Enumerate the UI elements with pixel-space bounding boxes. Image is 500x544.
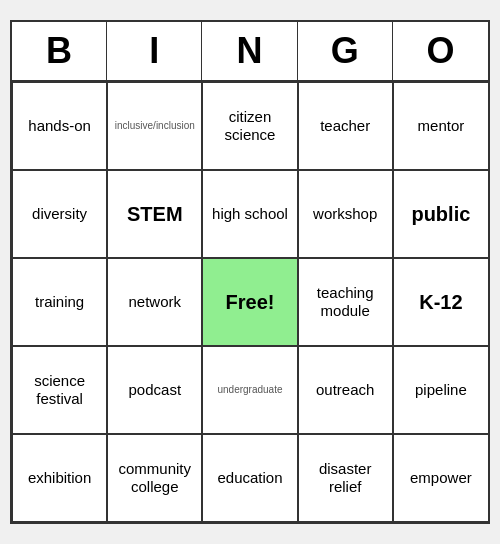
bingo-cell-7: high school (202, 170, 297, 258)
header-letter-i: I (107, 22, 202, 80)
bingo-cell-12: Free! (202, 258, 297, 346)
bingo-cell-8: workshop (298, 170, 393, 258)
bingo-cell-24: empower (393, 434, 488, 522)
bingo-cell-20: exhibition (12, 434, 107, 522)
header-letter-n: N (202, 22, 297, 80)
bingo-cell-4: mentor (393, 82, 488, 170)
bingo-grid: hands-oninclusive/inclusioncitizen scien… (12, 82, 488, 522)
bingo-cell-0: hands-on (12, 82, 107, 170)
bingo-cell-19: pipeline (393, 346, 488, 434)
header-letter-g: G (298, 22, 393, 80)
bingo-cell-13: teaching module (298, 258, 393, 346)
bingo-cell-5: diversity (12, 170, 107, 258)
bingo-cell-6: STEM (107, 170, 202, 258)
bingo-card: BINGO hands-oninclusive/inclusioncitizen… (10, 20, 490, 524)
bingo-cell-17: undergraduate (202, 346, 297, 434)
bingo-cell-23: disaster relief (298, 434, 393, 522)
bingo-cell-1: inclusive/inclusion (107, 82, 202, 170)
bingo-cell-18: outreach (298, 346, 393, 434)
bingo-cell-3: teacher (298, 82, 393, 170)
bingo-header: BINGO (12, 22, 488, 82)
bingo-cell-9: public (393, 170, 488, 258)
bingo-cell-15: science festival (12, 346, 107, 434)
bingo-cell-14: K-12 (393, 258, 488, 346)
bingo-cell-21: community college (107, 434, 202, 522)
bingo-cell-16: podcast (107, 346, 202, 434)
bingo-cell-2: citizen science (202, 82, 297, 170)
bingo-cell-22: education (202, 434, 297, 522)
bingo-cell-10: training (12, 258, 107, 346)
bingo-cell-11: network (107, 258, 202, 346)
header-letter-o: O (393, 22, 488, 80)
header-letter-b: B (12, 22, 107, 80)
